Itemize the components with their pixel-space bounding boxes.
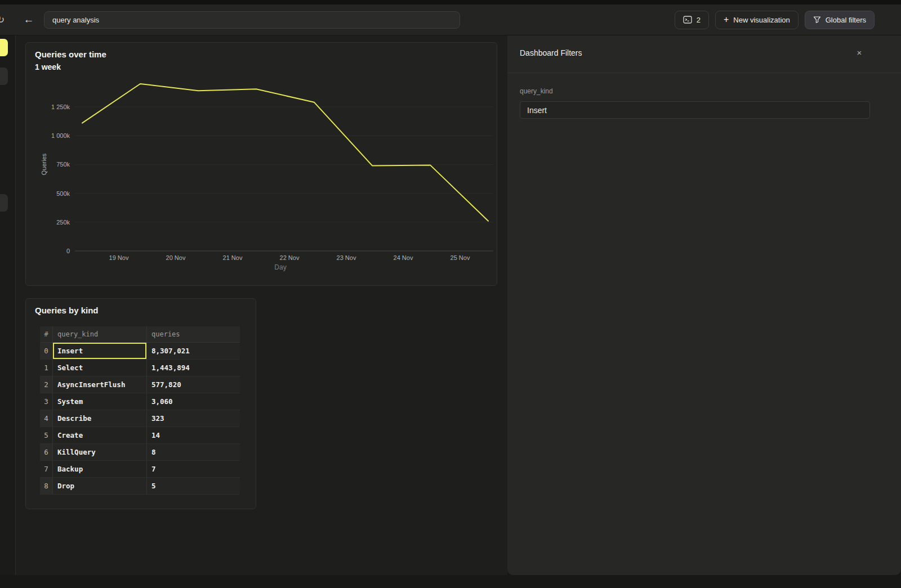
y-tick-label: 750k	[56, 161, 70, 168]
toolbar: ↻ ← 2 + New visualization Global	[0, 5, 901, 35]
row-index-cell: 6	[40, 444, 53, 461]
row-index-cell: 4	[40, 410, 53, 427]
y-axis-label: Queries	[41, 153, 47, 175]
query-kind-cell[interactable]: Select	[53, 360, 147, 376]
new-visualization-button[interactable]: + New visualization	[715, 11, 799, 29]
back-button[interactable]: ←	[20, 11, 37, 28]
query-kind-cell[interactable]: AsyncInsertFlush	[53, 376, 147, 393]
queries-value-cell[interactable]: 7	[147, 461, 240, 478]
table-row: 8Drop5	[40, 478, 240, 495]
queries-value-cell[interactable]: 323	[147, 410, 240, 427]
query-kind-cell[interactable]: KillQuery	[53, 444, 147, 461]
chart-line	[82, 84, 488, 221]
query-tabs-count: 2	[697, 16, 701, 24]
queries-table-body: 0Insert8,307,0211Select1,443,8942AsyncIn…	[40, 343, 240, 495]
queries-value-cell[interactable]: 577,820	[147, 376, 240, 393]
sidebar-item-visualization-active[interactable]	[0, 39, 8, 56]
y-tick-label: 500k	[56, 190, 70, 197]
x-tick-label: 22 Nov	[280, 254, 300, 261]
query-kind-cell[interactable]: Drop	[53, 478, 147, 495]
sidebar-item-visualization[interactable]	[0, 194, 8, 212]
queries-line-chart[interactable]: 0250k500k750k1 000k1 250k19 Nov20 Nov21 …	[26, 43, 497, 285]
table-row: 0Insert8,307,021	[40, 343, 240, 360]
dashboard-title-input[interactable]	[44, 11, 460, 29]
queries-table: # query_kind queries 0Insert8,307,0211Se…	[40, 326, 240, 495]
queries-value-cell[interactable]: 8	[147, 444, 240, 461]
dashboard-filters-panel: Dashboard Filters × query_kind	[507, 35, 901, 575]
row-index-cell: 8	[40, 478, 53, 495]
window-top-strip	[0, 0, 901, 5]
toolbar-actions: 2 + New visualization Global filters	[675, 5, 875, 35]
queries-value-cell[interactable]: 3,060	[147, 393, 240, 410]
query-kind-cell[interactable]: System	[53, 393, 147, 410]
new-visualization-label: New visualization	[733, 16, 790, 24]
y-tick-label: 1 000k	[51, 132, 70, 139]
row-index-cell: 0	[40, 343, 53, 360]
x-axis-label: Day	[274, 263, 286, 271]
visualizations-rail	[0, 35, 16, 575]
query-kind-cell[interactable]: Create	[53, 427, 147, 444]
table-row: 1Select1,443,894	[40, 360, 240, 376]
filters-panel-header: Dashboard Filters ×	[507, 35, 901, 73]
query-kind-cell[interactable]: Describe	[53, 410, 147, 427]
table-row: 6KillQuery8	[40, 444, 240, 461]
row-index-cell: 2	[40, 376, 53, 393]
history-refresh-icon[interactable]: ↻	[0, 14, 5, 26]
window-bottom-bar	[0, 575, 901, 588]
row-index-cell: 5	[40, 427, 53, 444]
y-tick-label: 0	[66, 248, 70, 254]
queries-value-cell[interactable]: 1,443,894	[147, 360, 240, 376]
global-filters-button[interactable]: Global filters	[805, 11, 875, 29]
y-tick-label: 1 250k	[51, 104, 70, 110]
y-tick-label: 250k	[56, 219, 70, 226]
filters-panel-title: Dashboard Filters	[520, 48, 582, 57]
row-index-cell: 7	[40, 461, 53, 478]
x-tick-label: 23 Nov	[337, 254, 356, 261]
x-tick-label: 24 Nov	[394, 254, 413, 261]
table-row: 7Backup7	[40, 461, 240, 478]
close-icon[interactable]: ×	[853, 46, 866, 59]
query-kind-cell[interactable]: Backup	[53, 461, 147, 478]
row-index-cell: 3	[40, 393, 53, 410]
queries-value-cell[interactable]: 14	[147, 427, 240, 444]
filter-field-label: query_kind	[520, 87, 553, 95]
column-header-index: #	[40, 326, 53, 343]
table-title: Queries by kind	[35, 306, 99, 315]
x-tick-label: 19 Nov	[109, 254, 129, 261]
table-row: 3System3,060	[40, 393, 240, 410]
funnel-icon	[813, 16, 821, 24]
row-index-cell: 1	[40, 360, 53, 376]
query-tabs-button[interactable]: 2	[675, 11, 709, 29]
queries-value-cell[interactable]: 5	[147, 478, 240, 495]
queries-table-head: # query_kind queries	[40, 326, 240, 343]
global-filters-label: Global filters	[826, 16, 866, 24]
table-row: 5Create14	[40, 427, 240, 444]
column-header-query-kind: query_kind	[53, 326, 147, 343]
column-header-queries: queries	[147, 326, 240, 343]
x-tick-label: 20 Nov	[166, 254, 186, 261]
rail-toolbar-corner: ↻	[0, 5, 16, 35]
plus-icon: +	[724, 15, 729, 24]
queries-over-time-panel: Queries over time 1 week 0250k500k750k1 …	[25, 42, 497, 286]
table-row: 4Describe323	[40, 410, 240, 427]
sidebar-item-visualization[interactable]	[0, 68, 8, 85]
x-tick-label: 21 Nov	[223, 254, 243, 261]
queries-value-cell[interactable]: 8,307,021	[147, 343, 240, 360]
dashboard-canvas: Queries over time 1 week 0250k500k750k1 …	[16, 35, 507, 575]
table-row: 2AsyncInsertFlush577,820	[40, 376, 240, 393]
x-tick-label: 25 Nov	[450, 254, 470, 261]
query-kind-cell[interactable]: Insert	[53, 343, 147, 360]
query-kind-filter-input[interactable]	[520, 101, 870, 119]
console-tab-icon	[683, 16, 692, 24]
queries-by-kind-panel: Queries by kind # query_kind queries 0In…	[25, 298, 256, 509]
